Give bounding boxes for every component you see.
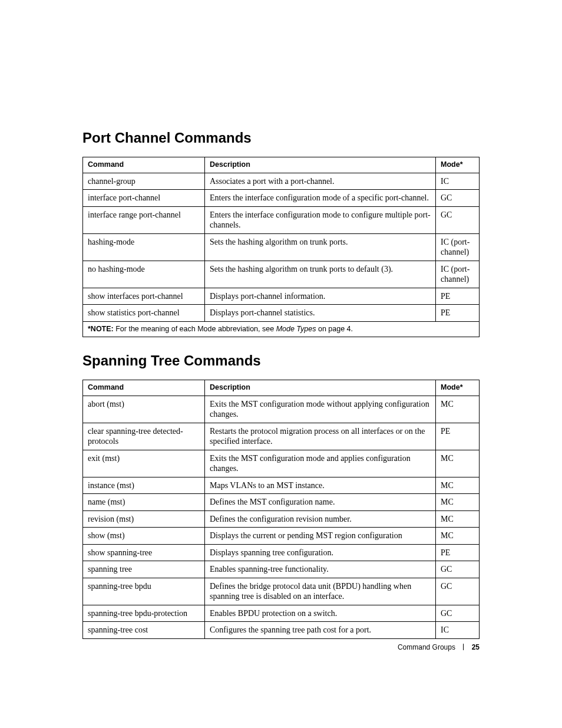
cell-description: Exits the MST configuration mode and app… bbox=[205, 450, 436, 477]
note-text: on page 4. bbox=[316, 325, 353, 333]
cell-command: revision (mst) bbox=[83, 510, 205, 528]
header-command: Command bbox=[83, 380, 205, 396]
cell-mode: MC bbox=[436, 477, 480, 494]
cell-command: spanning tree bbox=[83, 561, 205, 578]
cell-command: exit (mst) bbox=[83, 450, 205, 477]
cell-command: instance (mst) bbox=[83, 477, 205, 494]
cell-mode: GC bbox=[436, 561, 480, 578]
table-header-row: Command Description Mode* bbox=[83, 380, 480, 396]
table-row: show spanning-treeDisplays spanning tree… bbox=[83, 544, 480, 561]
cell-mode: PE bbox=[436, 305, 480, 322]
table-row: spanning-tree bpduDefines the bridge pro… bbox=[83, 578, 480, 605]
note-label: *NOTE: bbox=[88, 325, 114, 333]
note-text: For the meaning of each Mode abbreviatio… bbox=[114, 325, 276, 333]
table-row: interface range port-channelEnters the i… bbox=[83, 206, 480, 233]
note-italic: Mode Types bbox=[276, 325, 316, 333]
table-row: exit (mst)Exits the MST configuration mo… bbox=[83, 450, 480, 477]
table-row: clear spanning-tree detected-protocolsRe… bbox=[83, 423, 480, 450]
table-row: revision (mst)Defines the configuration … bbox=[83, 510, 480, 528]
cell-mode: GC bbox=[436, 206, 480, 233]
cell-command: no hashing-mode bbox=[83, 261, 205, 288]
cell-command: spanning-tree cost bbox=[83, 622, 205, 639]
spanning-tree-table: Command Description Mode* abort (mst)Exi… bbox=[82, 380, 480, 639]
table-row: abort (mst)Exits the MST configuration m… bbox=[83, 396, 480, 423]
cell-mode: PE bbox=[436, 544, 480, 561]
table-row: channel-groupAssociates a port with a po… bbox=[83, 173, 480, 190]
cell-description: Configures the spanning tree path cost f… bbox=[205, 622, 436, 639]
cell-command: interface port-channel bbox=[83, 190, 205, 207]
cell-mode: IC (port-channel) bbox=[436, 261, 480, 288]
cell-mode: MC bbox=[436, 528, 480, 545]
cell-mode: MC bbox=[436, 396, 480, 423]
table-note-cell: *NOTE: For the meaning of each Mode abbr… bbox=[83, 321, 480, 337]
table-row: spanning-tree bpdu-protectionEnables BPD… bbox=[83, 605, 480, 622]
table-note-row: *NOTE: For the meaning of each Mode abbr… bbox=[83, 321, 480, 337]
header-description: Description bbox=[205, 380, 436, 396]
cell-description: Associates a port with a port-channel. bbox=[205, 173, 436, 190]
section-title-port-channel: Port Channel Commands bbox=[82, 130, 480, 146]
cell-description: Displays spanning tree configuration. bbox=[205, 544, 436, 561]
section-title-spanning-tree: Spanning Tree Commands bbox=[82, 353, 480, 369]
table-row: interface port-channelEnters the interfa… bbox=[83, 190, 480, 207]
cell-description: Maps VLANs to an MST instance. bbox=[205, 477, 436, 494]
header-command: Command bbox=[83, 157, 205, 173]
cell-description: Sets the hashing algorithm on trunk port… bbox=[205, 233, 436, 261]
cell-description: Sets the hashing algorithm on trunk port… bbox=[205, 261, 436, 288]
header-mode: Mode* bbox=[436, 157, 480, 173]
cell-command: abort (mst) bbox=[83, 396, 205, 423]
table-row: spanning-tree costConfigures the spannin… bbox=[83, 622, 480, 639]
cell-description: Defines the bridge protocol data unit (B… bbox=[205, 578, 436, 605]
cell-mode: PE bbox=[436, 288, 480, 305]
table-row: no hashing-modeSets the hashing algorith… bbox=[83, 261, 480, 288]
cell-description: Displays port-channel information. bbox=[205, 288, 436, 305]
header-description: Description bbox=[205, 157, 436, 173]
cell-mode: PE bbox=[436, 423, 480, 450]
cell-mode: GC bbox=[436, 190, 480, 207]
cell-description: Restarts the protocol migration process … bbox=[205, 423, 436, 450]
table-row: hashing-modeSets the hashing algorithm o… bbox=[83, 233, 480, 261]
cell-description: Enters the interface configuration mode … bbox=[205, 206, 436, 233]
table-row: instance (mst)Maps VLANs to an MST insta… bbox=[83, 477, 480, 494]
cell-mode: GC bbox=[436, 578, 480, 605]
port-channel-table: Command Description Mode* channel-groupA… bbox=[82, 157, 480, 337]
cell-command: show (mst) bbox=[83, 528, 205, 545]
page: Port Channel Commands Command Descriptio… bbox=[0, 0, 562, 728]
header-mode: Mode* bbox=[436, 380, 480, 396]
cell-command: clear spanning-tree detected-protocols bbox=[83, 423, 205, 450]
cell-description: Defines the MST configuration name. bbox=[205, 494, 436, 511]
cell-command: show spanning-tree bbox=[83, 544, 205, 561]
footer: Command Groups 25 bbox=[398, 643, 480, 651]
cell-mode: MC bbox=[436, 450, 480, 477]
cell-command: show interfaces port-channel bbox=[83, 288, 205, 305]
table-row: spanning treeEnables spanning-tree funct… bbox=[83, 561, 480, 578]
cell-mode: IC bbox=[436, 173, 480, 190]
cell-command: name (mst) bbox=[83, 494, 205, 511]
footer-section: Command Groups bbox=[398, 643, 455, 651]
footer-page-number: 25 bbox=[472, 643, 480, 651]
table-header-row: Command Description Mode* bbox=[83, 157, 480, 173]
table-row: show (mst)Displays the current or pendin… bbox=[83, 528, 480, 545]
cell-mode: IC (port-channel) bbox=[436, 233, 480, 261]
cell-mode: MC bbox=[436, 510, 480, 528]
cell-command: spanning-tree bpdu bbox=[83, 578, 205, 605]
cell-mode: MC bbox=[436, 494, 480, 511]
cell-description: Displays port-channel statistics. bbox=[205, 305, 436, 322]
cell-command: hashing-mode bbox=[83, 233, 205, 261]
cell-description: Exits the MST configuration mode without… bbox=[205, 396, 436, 423]
cell-command: show statistics port-channel bbox=[83, 305, 205, 322]
cell-command: spanning-tree bpdu-protection bbox=[83, 605, 205, 622]
cell-command: channel-group bbox=[83, 173, 205, 190]
footer-separator-icon bbox=[463, 644, 464, 650]
table-row: name (mst)Defines the MST configuration … bbox=[83, 494, 480, 511]
cell-description: Enables spanning-tree functionality. bbox=[205, 561, 436, 578]
table-row: show interfaces port-channelDisplays por… bbox=[83, 288, 480, 305]
cell-mode: IC bbox=[436, 622, 480, 639]
cell-description: Enters the interface configuration mode … bbox=[205, 190, 436, 207]
cell-mode: GC bbox=[436, 605, 480, 622]
table-row: show statistics port-channelDisplays por… bbox=[83, 305, 480, 322]
cell-description: Enables BPDU protection on a switch. bbox=[205, 605, 436, 622]
cell-command: interface range port-channel bbox=[83, 206, 205, 233]
cell-description: Displays the current or pending MST regi… bbox=[205, 528, 436, 545]
cell-description: Defines the configuration revision numbe… bbox=[205, 510, 436, 528]
